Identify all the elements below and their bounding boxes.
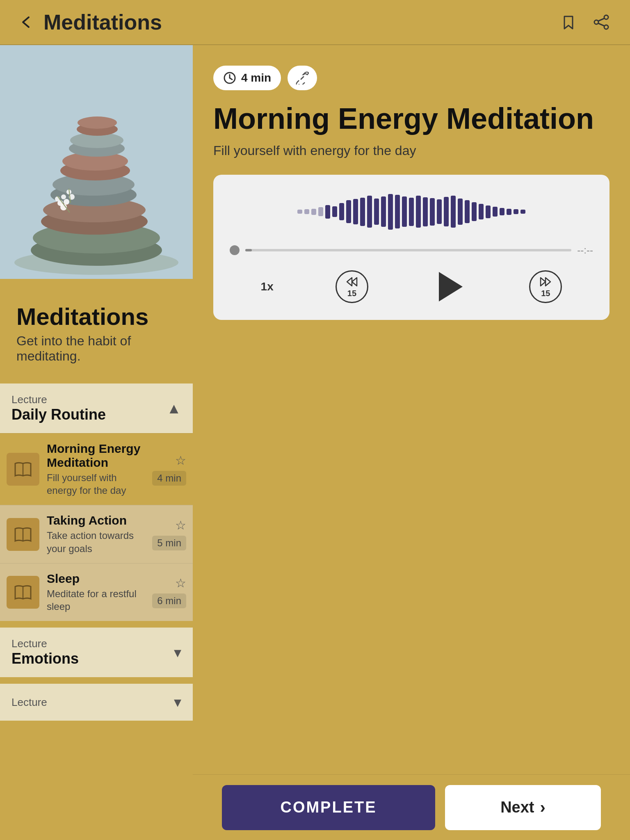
- waveform-bar: [430, 198, 435, 226]
- lecture-daily-routine: Lecture Daily Routine ▲ Morning Energy M…: [0, 383, 193, 621]
- play-icon: [439, 272, 463, 301]
- book-icon-3: [7, 576, 39, 609]
- waveform-bar: [360, 198, 365, 226]
- section-title: Meditations: [8, 290, 185, 333]
- waveform-bar: [500, 208, 504, 216]
- chevron-up-icon: ▲: [167, 400, 181, 417]
- skip-back-label: 15: [347, 289, 356, 298]
- progress-bar[interactable]: [245, 249, 571, 251]
- time-remaining: --:--: [577, 244, 593, 256]
- next-button[interactable]: Next ›: [445, 785, 601, 830]
- lesson-taking-action-desc: Take action towards your goals: [47, 529, 145, 555]
- svg-point-21: [64, 199, 69, 205]
- lesson-taking-action-title: Taking Action: [47, 514, 145, 527]
- back-button[interactable]: [16, 12, 36, 32]
- lesson-sleep[interactable]: Sleep Meditate for a restful sleep ☆ 6 m…: [0, 563, 193, 621]
- main-content: Meditations Get into the habit of medita…: [0, 45, 630, 840]
- waveform-bar: [437, 199, 442, 224]
- lesson-morning-energy[interactable]: Morning Energy Meditation Fill yourself …: [0, 433, 193, 505]
- waveform-bar: [514, 209, 518, 214]
- complete-button[interactable]: COMPLETE: [222, 785, 435, 830]
- speed-button[interactable]: 1x: [261, 280, 274, 293]
- meditation-description: Fill yourself with energy for the day: [213, 143, 609, 158]
- next-label: Next: [500, 799, 534, 816]
- svg-point-23: [61, 194, 66, 199]
- skip-back-button[interactable]: 15: [336, 270, 368, 303]
- lecture-emotions-info: Lecture Emotions: [11, 637, 79, 667]
- waveform-bar: [388, 194, 393, 230]
- waveform-bar: [325, 205, 330, 219]
- next-chevron-icon: ›: [540, 798, 546, 817]
- controls-row: 1x 15: [230, 268, 593, 305]
- waveform-bar: [381, 196, 386, 227]
- book-icon-1: [7, 453, 39, 486]
- lecture-name-2: Emotions: [11, 650, 79, 667]
- chevron-down-icon-2: ▾: [174, 644, 181, 661]
- progress-dot[interactable]: [230, 245, 240, 255]
- meditation-title: Morning Energy Meditation: [213, 103, 609, 135]
- lecture-daily-routine-header[interactable]: Lecture Daily Routine ▲: [0, 383, 193, 433]
- lecture-name-1: Daily Routine: [11, 406, 106, 423]
- lesson-sleep-duration: 6 min: [152, 593, 186, 608]
- svg-point-0: [604, 15, 608, 19]
- waveform: [230, 191, 593, 232]
- skip-forward-button[interactable]: 15: [529, 270, 562, 303]
- waveform-bar: [395, 195, 400, 229]
- book-icon-2: [7, 518, 39, 551]
- chevron-down-icon-3: ▾: [174, 694, 181, 711]
- lecture-3-header[interactable]: Lecture ▾: [0, 684, 193, 721]
- waveform-bar: [493, 207, 498, 217]
- waveform-bar: [339, 203, 344, 220]
- star-icon-1[interactable]: ☆: [175, 453, 186, 468]
- waveform-bar: [465, 200, 470, 223]
- waveform-bar: [409, 198, 414, 226]
- bottom-bar: COMPLETE Next ›: [193, 774, 630, 840]
- waveform-bar: [479, 204, 484, 219]
- play-button[interactable]: [430, 268, 467, 305]
- share-button[interactable]: [589, 10, 614, 34]
- lesson-sleep-meta: ☆ 6 min: [152, 576, 186, 608]
- svg-point-18: [78, 116, 117, 129]
- waveform-bar: [444, 197, 449, 227]
- header: Meditations: [0, 0, 630, 45]
- lecture-daily-routine-info: Lecture Daily Routine: [11, 393, 106, 423]
- waveform-bar: [374, 199, 379, 225]
- lecture-label-1: Lecture: [11, 393, 106, 406]
- waveform-bar: [332, 206, 337, 217]
- waveform-bar: [297, 210, 302, 214]
- time-badge: 4 min: [213, 66, 281, 90]
- lesson-morning-energy-title: Morning Energy Meditation: [47, 442, 145, 470]
- lesson-morning-energy-desc: Fill yourself with energy for the day: [47, 471, 145, 497]
- waveform-bar: [520, 210, 525, 214]
- lecture-3-info: Lecture: [11, 696, 47, 709]
- lecture-emotions-header[interactable]: Lecture Emotions ▾: [0, 628, 193, 677]
- audio-player: --:-- 1x 15: [213, 175, 609, 320]
- lesson-sleep-desc: Meditate for a restful sleep: [47, 587, 145, 613]
- star-icon-3[interactable]: ☆: [175, 576, 186, 590]
- lesson-taking-action[interactable]: Taking Action Take action towards your g…: [0, 505, 193, 563]
- waveform-bar: [451, 196, 456, 228]
- svg-point-2: [604, 25, 608, 29]
- lesson-taking-action-meta: ☆ 5 min: [152, 518, 186, 550]
- waveform-bar: [458, 199, 463, 225]
- waveform-bar: [367, 196, 372, 228]
- lecture-label-2: Lecture: [11, 637, 79, 650]
- time-badge-row: 4 min: [213, 66, 609, 90]
- progress-row: --:--: [230, 244, 593, 256]
- lesson-morning-energy-info: Morning Energy Meditation Fill yourself …: [47, 442, 145, 497]
- waveform-bar: [311, 209, 316, 215]
- svg-point-1: [594, 20, 598, 24]
- hero-image: [0, 45, 193, 279]
- section-info: Meditations Get into the habit of medita…: [0, 279, 193, 380]
- left-panel: Meditations Get into the habit of medita…: [0, 45, 193, 840]
- skip-forward-label: 15: [541, 289, 550, 298]
- waveform-bar: [423, 197, 428, 226]
- bookmark-button[interactable]: [556, 10, 581, 34]
- lecture-label-3: Lecture: [11, 696, 47, 709]
- section-subtitle: Get into the habit of meditating.: [8, 333, 185, 376]
- header-icons: [556, 10, 614, 34]
- star-icon-2[interactable]: ☆: [175, 518, 186, 532]
- lecture-3: Lecture ▾: [0, 684, 193, 721]
- link-badge[interactable]: [288, 66, 317, 90]
- duration-text: 4 min: [241, 71, 271, 84]
